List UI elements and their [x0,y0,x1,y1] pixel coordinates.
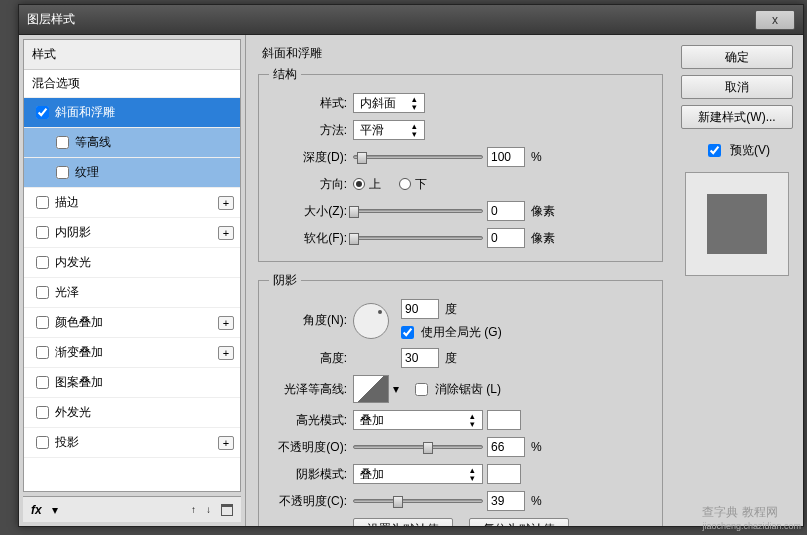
sidebar-item[interactable]: 内发光 [24,248,240,278]
sidebar-item[interactable]: 斜面和浮雕 [24,98,240,128]
effect-checkbox[interactable] [36,406,49,419]
make-default-button[interactable]: 设置为默认值 [353,518,453,526]
gloss-contour-label: 光泽等高线: [269,381,353,398]
effect-checkbox[interactable] [36,436,49,449]
sidebar-item[interactable]: 渐变叠加+ [24,338,240,368]
soften-input[interactable] [487,228,525,248]
ok-button[interactable]: 确定 [681,45,793,69]
sidebar-item[interactable]: 图案叠加 [24,368,240,398]
sidebar-item-label: 描边 [55,194,218,211]
trash-icon[interactable] [221,504,233,516]
plus-icon[interactable]: + [218,196,234,210]
sidebar-item[interactable]: 等高线 [24,128,240,158]
shading-group: 阴影 角度(N): 度 使用全局光 (G) 高度: [258,272,663,526]
angle-label: 角度(N): [269,312,353,329]
technique-select[interactable]: 平滑▴▾ [353,120,425,140]
highlight-opacity-label: 不透明度(O): [269,439,353,456]
new-style-button[interactable]: 新建样式(W)... [681,105,793,129]
arrow-up-icon[interactable]: ↑ [191,504,196,515]
effect-checkbox[interactable] [36,316,49,329]
shadow-mode-select[interactable]: 叠加▴▾ [353,464,483,484]
sidebar: 样式 混合选项 斜面和浮雕等高线纹理描边+内阴影+内发光光泽颜色叠加+渐变叠加+… [19,35,246,526]
highlight-mode-select[interactable]: 叠加▴▾ [353,410,483,430]
reset-default-button[interactable]: 复位为默认值 [469,518,569,526]
sidebar-item[interactable]: 描边+ [24,188,240,218]
sidebar-item-label: 纹理 [75,164,234,181]
angle-wheel[interactable] [353,303,389,339]
highlight-color-swatch[interactable] [487,410,521,430]
plus-icon[interactable]: + [218,346,234,360]
sidebar-item-blending[interactable]: 混合选项 [24,70,240,98]
sidebar-item[interactable]: 纹理 [24,158,240,188]
effect-checkbox[interactable] [36,196,49,209]
sidebar-item-label: 斜面和浮雕 [55,104,234,121]
sidebar-item-label: 等高线 [75,134,234,151]
sidebar-item[interactable]: 投影+ [24,428,240,458]
direction-down-radio[interactable]: 下 [399,176,427,193]
preview-swatch [707,194,767,254]
sidebar-item-label: 图案叠加 [55,374,234,391]
preview-checkbox[interactable] [708,144,721,157]
plus-icon[interactable]: + [218,316,234,330]
close-button[interactable]: x [755,10,795,30]
effect-checkbox[interactable] [56,136,69,149]
effect-checkbox[interactable] [36,226,49,239]
direction-label: 方向: [269,176,353,193]
titlebar[interactable]: 图层样式 x [19,5,803,35]
plus-icon[interactable]: + [218,436,234,450]
shadow-color-swatch[interactable] [487,464,521,484]
highlight-opacity-slider[interactable] [353,445,483,449]
structure-group: 结构 样式: 内斜面▴▾ 方法: 平滑▴▾ 深度(D): [258,66,663,262]
plus-icon[interactable]: + [218,226,234,240]
shadow-opacity-input[interactable] [487,491,525,511]
antialias-checkbox[interactable]: 消除锯齿 (L) [411,380,501,399]
style-select[interactable]: 内斜面▴▾ [353,93,425,113]
soften-unit: 像素 [531,230,555,247]
preview-label: 预览(V) [730,142,770,159]
effect-checkbox[interactable] [36,346,49,359]
arrow-down-icon[interactable]: ↓ [206,504,211,515]
altitude-input[interactable] [401,348,439,368]
sidebar-item-label: 外发光 [55,404,234,421]
size-label: 大小(Z): [269,203,353,220]
depth-label: 深度(D): [269,149,353,166]
cancel-button[interactable]: 取消 [681,75,793,99]
sidebar-footer: fx ▾ ↑ ↓ [23,496,241,522]
gloss-contour-picker[interactable] [353,375,389,403]
depth-unit: % [531,150,542,164]
fx-icon[interactable]: fx [31,503,42,517]
shadow-mode-label: 阴影模式: [269,466,353,483]
sidebar-item-label: 颜色叠加 [55,314,218,331]
effect-checkbox[interactable] [56,166,69,179]
effect-checkbox[interactable] [36,256,49,269]
effect-checkbox[interactable] [36,376,49,389]
sidebar-item-label: 渐变叠加 [55,344,218,361]
angle-input[interactable] [401,299,439,319]
depth-slider[interactable] [353,155,483,159]
sidebar-item-label: 内发光 [55,254,234,271]
styles-header[interactable]: 样式 [24,40,240,70]
shadow-opacity-slider[interactable] [353,499,483,503]
sidebar-item[interactable]: 内阴影+ [24,218,240,248]
styles-list: 样式 混合选项 斜面和浮雕等高线纹理描边+内阴影+内发光光泽颜色叠加+渐变叠加+… [23,39,241,492]
effect-checkbox[interactable] [36,286,49,299]
size-slider[interactable] [353,209,483,213]
depth-input[interactable] [487,147,525,167]
soften-slider[interactable] [353,236,483,240]
size-unit: 像素 [531,203,555,220]
center-panel: 斜面和浮雕 结构 样式: 内斜面▴▾ 方法: 平滑▴▾ 深度(D): [246,35,675,526]
sidebar-item[interactable]: 光泽 [24,278,240,308]
size-input[interactable] [487,201,525,221]
effect-checkbox[interactable] [36,106,49,119]
sidebar-item[interactable]: 颜色叠加+ [24,308,240,338]
highlight-opacity-input[interactable] [487,437,525,457]
style-label: 样式: [269,95,353,112]
shading-legend: 阴影 [269,272,301,289]
global-light-checkbox[interactable]: 使用全局光 (G) [397,323,502,342]
direction-up-radio[interactable]: 上 [353,176,381,193]
chevron-down-icon[interactable]: ▾ [393,382,399,396]
chevron-down-icon[interactable]: ▾ [52,503,58,517]
sidebar-item-label: 光泽 [55,284,234,301]
window-title: 图层样式 [27,11,755,28]
sidebar-item[interactable]: 外发光 [24,398,240,428]
